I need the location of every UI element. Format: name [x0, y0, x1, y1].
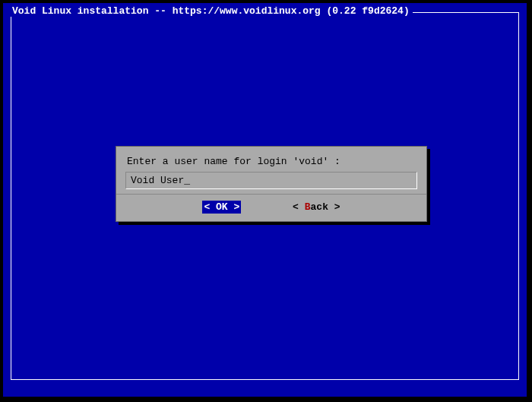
username-dialog: Enter a user name for login 'void' : Voi…: [116, 146, 427, 222]
dialog-content: Enter a user name for login 'void' : Voi…: [116, 147, 426, 194]
ok-bracket-right: >: [233, 201, 239, 213]
text-cursor: _: [184, 175, 190, 186]
prompt-label: Enter a user name for login 'void' :: [125, 154, 417, 172]
ok-label: OK: [210, 201, 233, 213]
back-button[interactable]: < Back >: [293, 201, 340, 213]
ok-button[interactable]: < OK >: [202, 201, 241, 214]
back-rest: ack: [311, 201, 328, 213]
dialog-inner: Enter a user name for login 'void' : Voi…: [116, 146, 427, 222]
installer-screen: Void Linux installation -- https://www.v…: [2, 2, 527, 397]
back-bracket-right: >: [328, 201, 340, 213]
back-bracket-left: <: [293, 201, 305, 213]
title-text: Void Linux installation -- https://www.v…: [9, 5, 413, 17]
title-bar: Void Linux installation -- https://www.v…: [6, 5, 522, 19]
username-input[interactable]: Void User_: [125, 172, 417, 189]
button-row: < OK > < Back >: [116, 194, 426, 221]
back-hotkey: B: [305, 201, 311, 213]
input-value: Void User: [131, 175, 184, 186]
